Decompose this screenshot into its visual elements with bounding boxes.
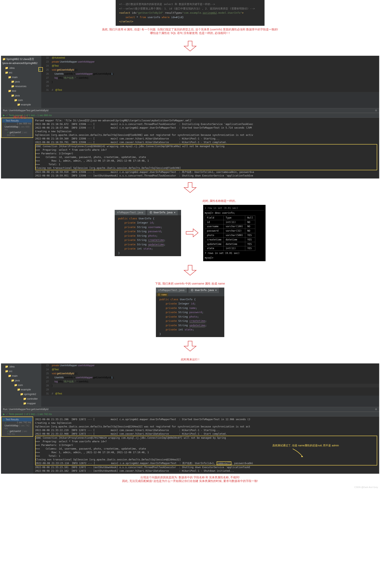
settings-icon[interactable]: ⚙ [375,408,377,411]
xml-comment: <!--select最少需要加上两个属性: 1. id (接口中要实现的方法) … [118,6,263,11]
tree-item[interactable]: 📁 java [2,93,40,98]
arrow-down-icon [0,337,380,356]
tree-item[interactable]: 📁 com [2,98,40,103]
tree-item[interactable]: 📁 .idea [2,364,40,369]
red-annotation: 测试通过 ! [13,115,28,119]
arrow-right-icon [185,228,199,238]
editor-area[interactable]: 23private UserInfoMapper userInfoMapper;… [41,363,379,396]
run-gutter-icon[interactable]: ↻ [39,68,41,72]
tree-item[interactable]: 📁 resources [2,84,40,89]
xml-select-close: </select> [118,19,263,24]
commentary-text: 此时再来运行 ! [0,356,380,363]
run-toolbar: Run: UserInfoMapperTest.getUserInfoById … [1,407,379,412]
xml-comment: <!--进行数据库查询操作的标签就是 select 和 数据库查询关键字是一样的… [118,2,263,6]
test-results-panel[interactable]: ✓ Test Results 1 sec 668 ms ✓ UserInfoMa… [1,118,33,138]
arrow-down-icon [0,178,380,197]
commentary-text: 下面, 我们来把 userInfo 中的 username 属性 改成 name [0,280,380,288]
tree-item[interactable]: 📁 main [2,374,40,378]
tree-item[interactable]: 📁 mapper [2,401,40,406]
console-output[interactable]: Parsed mapper file: 'file [G:\Java语言\jav… [33,118,379,178]
tree-item[interactable]: 📁 .idea [2,66,40,70]
tree-item[interactable]: 📁 src [2,369,40,374]
editor-tab[interactable]: ⓒ UserInfo.java × [147,210,178,215]
field-badge: ⓕ name [157,293,168,296]
xml-sql: select * from userinfo where id=#{id} [118,15,263,20]
project-tree[interactable]: 📁 .idea 📁 src 📁 main 📁 java 📁 com 📁 exam… [1,363,41,407]
tree-item[interactable]: 📁 example [2,102,40,107]
editor-area[interactable]: 22@Autowired 23private UserInfoMapper us… [41,56,379,92]
arrow-down-icon [0,261,380,280]
xml-select-open: <select id="getUserInfoById" resultType=… [118,11,263,15]
tree-item[interactable]: 📁 src [2,70,40,75]
editor-tab[interactable]: ⓒ UserInfo.java × [189,288,219,293]
tree-item[interactable]: 📁 example [2,387,40,392]
commentary-text: 出现这个问题的原因就是因为: 数据表中的 字段名称 和 实体类属性名称, 不相同… [0,474,380,485]
run-config-label: Run: UserInfoMapperTest.getUserInfoById [3,408,48,411]
watermark: CSDN @Dark And Grey [0,485,380,490]
xml-code-block: <!--进行数据库查询操作的标签就是 select 和 数据库查询关键字是一样的… [116,0,265,26]
tree-item[interactable]: 📁 com [2,383,40,388]
tree-item[interactable]: 📁 controller [2,397,40,401]
commentary-text: 此时, 属性名称都是一样的。 [0,197,380,205]
yellow-annotation: 虽然测试通过了, 但是 name属性的还是null, 而不是 admin [272,444,339,447]
tree-item[interactable]: 📁 java [2,378,40,383]
arrow-down-icon [0,37,380,56]
userinfo-class-editor-modified: nfoMapperTest.java ⓒ UserInfo.java × ⓕ n… [156,288,224,337]
play-icon[interactable]: ▶ [3,413,5,415]
project-tree[interactable]: 📁 SpringMB2 G:\Java语言\java-ee-advanced\S… [1,56,41,108]
run-config-label: Run: UserInfoMapperTest.getUserInfoById [3,109,48,112]
run-toolbar: Run: UserInfoMapperTest.getUserInfoById … [1,108,379,113]
userinfo-class-editor: nfoMapperTest.java ⓒ UserInfo.java × pub… [115,210,181,256]
arrow-annotation-icon [281,448,305,458]
test-results-panel[interactable]: ✓ Test Results 1 sec 742 ms ✓ UserInfoMa… [1,416,33,437]
tree-item[interactable]: 📁 main [2,75,40,80]
editor-tab[interactable]: nfoMapperTest.java [156,288,187,293]
tests-passed-label: ✓ Tests passed: 1 of 1 test – 1 sec 742 … [6,413,52,415]
play-icon[interactable]: ▶ [3,114,5,117]
tree-item[interactable]: 📁 test [2,89,40,93]
editor-tab[interactable]: nfoMapperTest.java [115,210,146,215]
mysql-terminal: 1 row in set (0.01 sec) mysql> desc user… [203,205,266,261]
settings-icon[interactable]: ⚙ [375,109,377,112]
tree-item[interactable]: 📁 springmb2 [2,392,40,397]
commentary-text: 虽然, 我们只使用 id 属性, 但是! 有一个问题: 当我们指定了返回的类型之… [0,26,380,37]
tree-item[interactable]: 📁 java [2,79,40,84]
